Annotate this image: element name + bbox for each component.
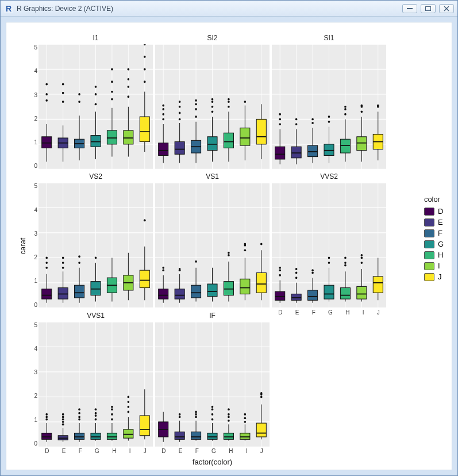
svg-rect-205	[140, 270, 149, 287]
svg-point-146	[328, 116, 330, 118]
svg-point-158	[361, 105, 363, 107]
facet-title: VS1	[155, 171, 270, 183]
svg-point-400	[228, 413, 230, 416]
svg-point-335	[78, 412, 80, 414]
svg-point-207	[144, 220, 146, 222]
svg-rect-239	[224, 282, 233, 295]
svg-point-391	[211, 418, 214, 420]
svg-point-91	[195, 103, 197, 105]
svg-point-325	[62, 423, 64, 425]
svg-point-90	[195, 108, 197, 110]
close-button[interactable]	[439, 4, 454, 13]
svg-rect-284	[324, 286, 334, 300]
svg-point-82	[179, 118, 181, 120]
svg-rect-107	[240, 128, 250, 145]
svg-point-340	[95, 418, 97, 420]
legend-item-F: F	[424, 229, 444, 237]
panel	[272, 44, 386, 169]
svg-point-24	[62, 101, 64, 103]
svg-rect-127	[275, 147, 285, 159]
svg-point-56	[144, 68, 146, 71]
legend-swatch-icon	[424, 229, 434, 237]
svg-point-136	[295, 118, 298, 120]
svg-point-135	[295, 123, 298, 125]
svg-point-35	[95, 103, 97, 105]
r-logo-icon: R	[4, 4, 13, 13]
svg-point-242	[228, 252, 230, 254]
svg-rect-16	[42, 137, 52, 148]
svg-point-41	[111, 98, 113, 101]
svg-point-341	[95, 414, 97, 417]
svg-point-234	[195, 260, 197, 263]
svg-point-286	[328, 262, 330, 264]
y-tick-labels: 543210	[25, 44, 37, 169]
facet-VVS1: VVS1543210DEFGHIJ	[39, 310, 153, 447]
svg-rect-80	[175, 142, 184, 155]
minimize-button[interactable]	[402, 4, 417, 13]
svg-point-277	[295, 268, 298, 270]
legend-swatch-icon	[424, 208, 434, 216]
panel	[155, 322, 270, 447]
plot-area: carat I1543210SI2SI1VS2543210VS1VVS2DEFG…	[6, 22, 452, 470]
svg-point-398	[228, 419, 230, 421]
svg-point-26	[62, 83, 64, 86]
svg-point-130	[279, 118, 281, 120]
svg-rect-396	[224, 433, 233, 439]
svg-rect-273	[291, 294, 301, 301]
facet-title: I1	[39, 33, 153, 44]
svg-point-77	[162, 108, 164, 110]
svg-point-20	[45, 83, 48, 86]
y-tick-labels: 543210	[25, 322, 37, 447]
svg-rect-195	[91, 282, 101, 295]
svg-point-297	[361, 262, 363, 264]
svg-point-57	[144, 56, 146, 58]
svg-point-30	[78, 101, 80, 103]
svg-point-103	[228, 106, 230, 108]
svg-point-381	[179, 413, 181, 416]
svg-point-224	[162, 270, 164, 272]
x-tick-labels: DEFGHIJ	[155, 448, 270, 455]
maximize-icon	[425, 6, 431, 11]
facet-I1: I1543210	[39, 33, 153, 169]
svg-point-252	[260, 243, 263, 245]
svg-point-342	[95, 412, 97, 414]
svg-point-319	[45, 418, 48, 420]
svg-point-131	[279, 113, 281, 116]
panel	[39, 44, 153, 169]
svg-point-192	[78, 262, 80, 264]
svg-rect-138	[308, 145, 318, 157]
svg-point-393	[211, 408, 214, 410]
legend-swatch-icon	[424, 273, 434, 281]
facet-VVS2: VVS2DEFGHIJ	[272, 171, 386, 308]
svg-point-180	[45, 267, 48, 269]
legend-label: H	[438, 251, 443, 259]
facet-VS2: VS2543210	[39, 171, 153, 308]
legend-item-G: G	[424, 240, 444, 248]
svg-rect-378	[175, 432, 184, 439]
r-graphics-window: R R Graphics: Device 2 (ACTIVE) carat I1…	[0, 0, 458, 476]
svg-rect-359	[140, 416, 149, 436]
svg-point-334	[78, 416, 80, 418]
svg-point-321	[45, 413, 48, 416]
legend-item-D: D	[424, 207, 444, 216]
svg-point-145	[328, 121, 330, 123]
facet-title: VVS2	[272, 171, 386, 183]
svg-rect-0	[407, 8, 413, 9]
legend: color DEFGHIJ	[424, 195, 444, 283]
legend-label: I	[438, 262, 440, 270]
svg-point-150	[344, 113, 347, 116]
svg-rect-295	[357, 287, 367, 300]
svg-rect-331	[75, 433, 84, 439]
legend-label: J	[438, 272, 442, 281]
svg-point-293	[344, 257, 347, 259]
svg-point-328	[62, 416, 64, 418]
maximize-button[interactable]	[421, 4, 436, 13]
svg-point-387	[195, 410, 197, 413]
legend-swatch-icon	[424, 240, 434, 248]
panel	[39, 183, 153, 308]
svg-rect-345	[107, 433, 117, 439]
legend-swatch-icon	[424, 262, 434, 270]
svg-point-89	[195, 116, 197, 118]
svg-point-151	[344, 108, 347, 110]
svg-point-78	[162, 105, 164, 107]
